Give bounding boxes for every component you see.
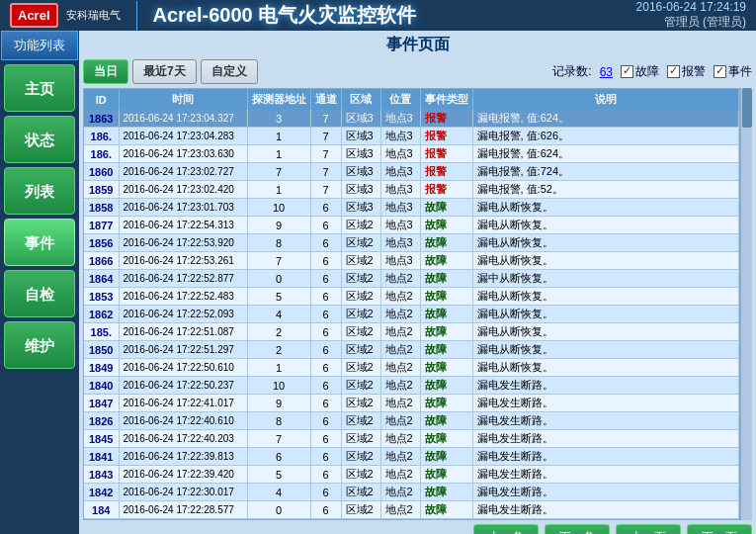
cell-id: 1858	[84, 199, 119, 217]
cell-area: 区域2	[341, 448, 380, 466]
scroll-thumb[interactable]	[742, 88, 752, 128]
th-area: 区域	[341, 89, 380, 110]
cell-id: 1841	[84, 448, 119, 466]
cell-area: 区域2	[341, 217, 380, 234]
logo-box: Acrel	[10, 3, 58, 28]
cell-id: 1862	[84, 306, 119, 323]
cell-id: 1843	[84, 466, 119, 484]
cell-type: 故障	[420, 484, 472, 501]
cell-type: 故障	[420, 359, 472, 377]
cell-location: 地点2	[380, 484, 420, 501]
table-row[interactable]: 1840 2016-06-24 17:22:50.237 10 6 区域2 地点…	[84, 377, 739, 395]
cell-location: 地点3	[380, 145, 420, 163]
table-row[interactable]: 1877 2016-06-24 17:22:54.313 9 6 区域2 地点3…	[84, 217, 739, 234]
cell-id: 1864	[84, 270, 119, 288]
cell-type: 故障	[420, 412, 472, 430]
cell-area: 区域2	[341, 288, 380, 306]
alarm-checkbox[interactable]: 报警	[667, 63, 706, 80]
cell-time: 2016-06-24 17:22:39.420	[119, 466, 247, 484]
table-row[interactable]: 1849 2016-06-24 17:22:50.610 1 6 区域2 地点2…	[84, 359, 739, 377]
cell-area: 区域2	[341, 484, 380, 501]
table-row[interactable]: 1864 2016-06-24 17:22:52.877 0 6 区域2 地点2…	[84, 270, 739, 288]
cell-id: 1877	[84, 217, 119, 234]
header: Acrel 安科瑞电气 Acrel-6000 电气火灾监控软件 2016-06-…	[0, 0, 756, 31]
cell-desc: 漏电发生断路。	[472, 377, 739, 395]
cell-desc: 漏电从断恢复。	[472, 217, 739, 234]
cell-addr: 1	[247, 181, 310, 199]
cell-location: 地点3	[380, 163, 420, 181]
record-label: 记录数:	[552, 63, 591, 80]
cell-time: 2016-06-24 17:23:02.420	[119, 181, 247, 199]
table-row[interactable]: 1843 2016-06-24 17:22:39.420 5 6 区域2 地点2…	[84, 466, 739, 484]
sidebar-item-status[interactable]: 状态	[4, 116, 75, 163]
scrollbar[interactable]	[740, 88, 752, 520]
table-row[interactable]: 1841 2016-06-24 17:22:39.813 6 6 区域2 地点2…	[84, 448, 739, 466]
prev-page-btn[interactable]: 上一页	[616, 524, 681, 534]
cell-time: 2016-06-24 17:22:52.093	[119, 306, 247, 323]
cell-channel: 6	[310, 306, 341, 323]
cell-id: 1860	[84, 163, 119, 181]
btn-today[interactable]: 当日	[83, 59, 128, 84]
cell-desc: 漏电报警, 值:624。	[472, 110, 739, 128]
cell-addr: 9	[247, 217, 310, 234]
table-row[interactable]: 1856 2016-06-24 17:22:53.920 8 6 区域2 地点3…	[84, 234, 739, 252]
btn-recent7[interactable]: 最近7天	[132, 59, 197, 84]
cell-type: 报警	[420, 163, 472, 181]
table-row[interactable]: 1863 2016-06-24 17:23:04.327 3 7 区域3 地点3…	[84, 110, 739, 128]
alarm-label: 报警	[682, 63, 706, 80]
cell-channel: 7	[310, 145, 341, 163]
sidebar-item-event[interactable]: 事件	[4, 219, 75, 266]
table-row[interactable]: 1826 2016-06-24 17:22:40.610 8 6 区域2 地点2…	[84, 412, 739, 430]
cell-addr: 1	[247, 128, 310, 145]
table-row[interactable]: 1860 2016-06-24 17:23:02.727 7 7 区域3 地点3…	[84, 163, 739, 181]
cell-channel: 6	[310, 412, 341, 430]
cell-addr: 2	[247, 323, 310, 341]
cell-addr: 4	[247, 306, 310, 323]
table-row[interactable]: 1845 2016-06-24 17:22:40.203 7 6 区域2 地点2…	[84, 430, 739, 448]
table-row[interactable]: 1862 2016-06-24 17:22:52.093 4 6 区域2 地点2…	[84, 306, 739, 323]
cell-desc: 漏电发生断路。	[472, 430, 739, 448]
table-header-row: ID 时间 探测器地址 通道 区域 位置 事件类型 说明	[84, 89, 739, 110]
sidebar-item-list[interactable]: 列表	[4, 167, 75, 215]
next-page-btn[interactable]: 下一页	[687, 524, 752, 534]
btn-custom[interactable]: 自定义	[201, 59, 258, 84]
table-row[interactable]: 185. 2016-06-24 17:22:51.087 2 6 区域2 地点2…	[84, 323, 739, 341]
prev-record-btn[interactable]: 上一条	[473, 524, 539, 534]
sidebar-item-selfcheck[interactable]: 自检	[4, 270, 75, 317]
table-row[interactable]: 1842 2016-06-24 17:22:30.017 4 6 区域2 地点2…	[84, 484, 739, 501]
cell-time: 2016-06-24 17:23:04.327	[119, 110, 247, 128]
datetime: 2016-06-24 17:24:19	[636, 0, 746, 14]
table-row[interactable]: 1853 2016-06-24 17:22:52.483 5 6 区域2 地点2…	[84, 288, 739, 306]
fault-checkbox[interactable]: 故障	[621, 63, 659, 80]
table-row[interactable]: 186. 2016-06-24 17:23:04.283 1 7 区域3 地点3…	[84, 128, 739, 145]
cell-desc: 漏电发生断路。	[472, 466, 739, 484]
table-row[interactable]: 1859 2016-06-24 17:23:02.420 1 7 区域3 地点3…	[84, 181, 739, 199]
cell-addr: 5	[247, 466, 310, 484]
th-id: ID	[84, 89, 119, 110]
cell-time: 2016-06-24 17:22:54.313	[119, 217, 247, 234]
cell-channel: 6	[310, 288, 341, 306]
table-row[interactable]: 186. 2016-06-24 17:23:03.630 1 7 区域3 地点3…	[84, 145, 739, 163]
cell-addr: 2	[247, 341, 310, 359]
table-row[interactable]: 1858 2016-06-24 17:23:01.703 10 6 区域3 地点…	[84, 199, 739, 217]
cell-desc: 漏电从断恢复。	[472, 306, 739, 323]
cell-channel: 6	[310, 234, 341, 252]
table-row[interactable]: 1866 2016-06-24 17:22:53.261 7 6 区域2 地点3…	[84, 252, 739, 270]
cell-time: 2016-06-24 17:23:01.703	[119, 199, 247, 217]
table-row[interactable]: 184 2016-06-24 17:22:28.577 0 6 区域2 地点2 …	[84, 501, 739, 519]
cell-addr: 4	[247, 484, 310, 501]
next-record-btn[interactable]: 下一条	[545, 524, 610, 534]
sidebar-item-home[interactable]: 主页	[4, 64, 75, 112]
event-checkbox[interactable]: 事件	[714, 63, 752, 80]
record-count[interactable]: 63	[600, 65, 613, 79]
cell-type: 故障	[420, 341, 472, 359]
table-row[interactable]: 1847 2016-06-24 17:22:41.017 9 6 区域2 地点2…	[84, 395, 739, 412]
cell-id: 1856	[84, 234, 119, 252]
cell-channel: 6	[310, 377, 341, 395]
cell-location: 地点2	[380, 341, 420, 359]
table-row[interactable]: 1850 2016-06-24 17:22:51.297 2 6 区域2 地点2…	[84, 341, 739, 359]
cell-channel: 6	[310, 199, 341, 217]
cell-time: 2016-06-24 17:22:28.577	[119, 501, 247, 519]
sidebar-item-maintain[interactable]: 维护	[4, 321, 75, 369]
cell-area: 区域2	[341, 377, 380, 395]
